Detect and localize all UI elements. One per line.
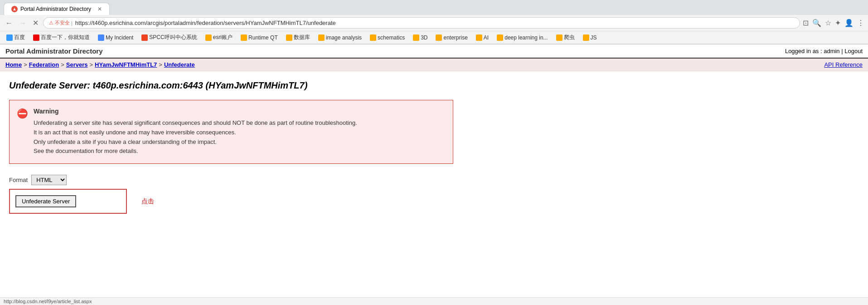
address-bar[interactable]: ⚠ 不安全 | https://t460p.esrichina.com/arcg… bbox=[43, 17, 800, 29]
back-button[interactable]: ← bbox=[4, 17, 15, 29]
logout-link[interactable]: Logout bbox=[844, 48, 863, 54]
tab-favicon: ▲ bbox=[11, 6, 18, 12]
breadcrumb-unfederate[interactable]: Unfederate bbox=[164, 61, 195, 68]
warning-box: ⛔ Warning Unfederating a server site has… bbox=[9, 100, 453, 164]
baidu-icon bbox=[6, 34, 13, 41]
profile-icon[interactable]: 👤 bbox=[844, 19, 853, 27]
enterprise-icon bbox=[436, 34, 442, 41]
breadcrumb-home[interactable]: Home bbox=[5, 61, 22, 68]
portal-admin-title: Portal Administrator Directory bbox=[5, 47, 103, 55]
api-reference-link[interactable]: API Reference bbox=[824, 61, 863, 68]
format-section: Format HTML JSON PJSON Unfederate Server… bbox=[9, 175, 859, 214]
warning-triangle-icon: ⚠ bbox=[49, 20, 53, 26]
bookmark-ai[interactable]: AI bbox=[473, 34, 491, 42]
page-title: Unfederate Server: t460p.esrichina.com:6… bbox=[9, 80, 859, 91]
warning-circle-icon: ⛔ bbox=[17, 108, 28, 156]
bookmark-3d[interactable]: 3D bbox=[410, 34, 430, 42]
js-icon bbox=[583, 34, 589, 41]
bookmark-js[interactable]: JS bbox=[580, 34, 600, 42]
bookmark-baidu-search[interactable]: 百度一下，你就知道 bbox=[30, 33, 92, 42]
login-info: Logged in as : admin | Logout bbox=[785, 48, 863, 54]
spcc-icon bbox=[141, 34, 148, 41]
security-warning: ⚠ 不安全 | bbox=[49, 20, 73, 26]
bookmark-spcc[interactable]: SPCC呼叫中心系统 bbox=[139, 33, 199, 42]
cast-icon[interactable]: ⊡ bbox=[803, 19, 809, 27]
page-header: Portal Administrator Directory Logged in… bbox=[0, 44, 868, 59]
bookmark-esri[interactable]: esri账户 bbox=[203, 33, 235, 42]
refresh-button[interactable]: ✕ bbox=[31, 17, 40, 29]
main-content: Unfederate Server: t460p.esrichina.com:6… bbox=[0, 71, 868, 223]
bookmark-runtime-qt[interactable]: Runtime QT bbox=[238, 34, 281, 42]
database-icon bbox=[286, 34, 292, 41]
bookmark-crawler[interactable]: 爬虫 bbox=[553, 33, 577, 42]
tab-title: Portal Administrator Directory bbox=[20, 6, 91, 12]
browser-action-icons: ⊡ 🔍 ☆ ✦ 👤 ⋮ bbox=[803, 19, 864, 27]
bookmark-my-incident[interactable]: My Incident bbox=[95, 34, 136, 42]
bookmark-image-analysis[interactable]: image analysis bbox=[315, 34, 364, 42]
warning-title: Warning bbox=[34, 108, 357, 115]
image-analysis-icon bbox=[318, 34, 325, 41]
3d-icon bbox=[413, 34, 419, 41]
format-row: Format HTML JSON PJSON bbox=[9, 175, 859, 185]
ai-icon bbox=[476, 34, 482, 41]
esri-icon bbox=[205, 34, 212, 41]
breadcrumb-server-id[interactable]: HYamJwNFTMHimTL7 bbox=[95, 61, 157, 68]
forward-button[interactable]: → bbox=[17, 17, 28, 29]
bookmark-baidu[interactable]: 百度 bbox=[4, 33, 28, 42]
schematics-icon bbox=[370, 34, 376, 41]
bookmark-database[interactable]: 数据库 bbox=[283, 33, 313, 42]
zoom-icon[interactable]: 🔍 bbox=[812, 19, 821, 27]
extension-icon[interactable]: ✦ bbox=[835, 19, 841, 27]
breadcrumb: Home > Federation > Servers > HYamJwNFTM… bbox=[0, 59, 868, 71]
warning-text: Unfederating a server site has several s… bbox=[34, 118, 357, 156]
format-select[interactable]: HTML JSON PJSON bbox=[31, 175, 67, 185]
baidu-search-icon bbox=[33, 34, 39, 41]
logged-in-text: Logged in as : admin bbox=[785, 48, 840, 54]
my-incident-icon bbox=[98, 34, 104, 41]
breadcrumb-links: Home > Federation > Servers > HYamJwNFTM… bbox=[5, 61, 195, 68]
breadcrumb-servers[interactable]: Servers bbox=[66, 61, 88, 68]
bookmark-enterprise[interactable]: enterprise bbox=[433, 34, 470, 42]
runtime-qt-icon bbox=[241, 34, 247, 41]
bookmarks-bar: 百度 百度一下，你就知道 My Incident SPCC呼叫中心系统 esri… bbox=[0, 31, 868, 44]
address-text: https://t460p.esrichina.com/arcgis/porta… bbox=[75, 20, 794, 26]
star-icon[interactable]: ☆ bbox=[825, 19, 831, 27]
deep-learning-icon bbox=[497, 34, 503, 41]
unfederate-server-button[interactable]: Unfederate Server bbox=[15, 195, 76, 207]
format-label: Format bbox=[9, 177, 28, 183]
click-hint-text: 点击 bbox=[141, 197, 154, 206]
warning-content: Warning Unfederating a server site has s… bbox=[34, 108, 357, 156]
form-box: Unfederate Server bbox=[9, 189, 127, 214]
bookmark-deep-learning[interactable]: deep learning in... bbox=[494, 34, 550, 42]
menu-icon[interactable]: ⋮ bbox=[857, 19, 864, 27]
crawler-icon bbox=[556, 34, 563, 41]
bookmark-schematics[interactable]: schematics bbox=[367, 34, 407, 42]
tab-close-icon[interactable]: ✕ bbox=[97, 6, 102, 12]
nav-bar: ← → ✕ ⚠ 不安全 | https://t460p.esrichina.co… bbox=[0, 15, 868, 31]
active-tab[interactable]: ▲ Portal Administrator Directory ✕ bbox=[4, 3, 110, 15]
breadcrumb-federation[interactable]: Federation bbox=[29, 61, 59, 68]
